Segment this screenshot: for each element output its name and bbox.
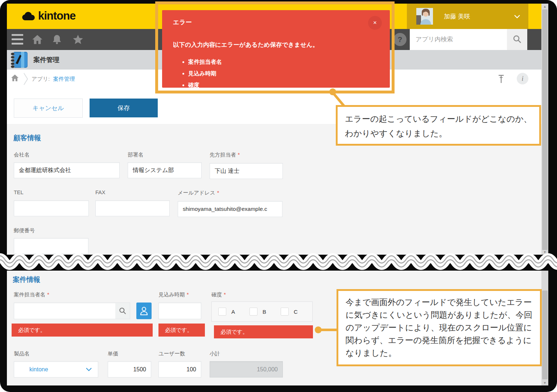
users-label: ユーザー数: [158, 350, 185, 357]
user-menu[interactable]: 加藤 美咲: [407, 4, 528, 29]
breadcrumb-home-icon[interactable]: [11, 74, 19, 82]
unit-price-label: 単価: [108, 350, 118, 357]
required-asterisk: *: [217, 189, 219, 196]
expected-error: 必須です。: [158, 324, 205, 337]
product-value: kintone: [29, 366, 86, 373]
breadcrumb-app-link[interactable]: 案件管理: [53, 76, 75, 82]
email-input[interactable]: [178, 201, 282, 217]
scrollbar-lower[interactable]: ▼: [541, 271, 548, 385]
email-label: メールアドレス*: [178, 189, 219, 196]
expected-label: 見込み時期*: [158, 291, 189, 298]
search-icon: [512, 34, 522, 44]
assignee-user-selector: [14, 303, 130, 319]
info-icon[interactable]: i: [517, 73, 528, 84]
scrollbar-thumb[interactable]: [542, 291, 548, 379]
assignee-input[interactable]: [14, 303, 115, 319]
product-dropdown[interactable]: kintone: [14, 361, 98, 378]
error-field-item: 確度: [188, 82, 222, 89]
checkbox-b-label: B: [263, 309, 266, 315]
tel-label: TEL: [14, 189, 24, 195]
chevron-down-icon[interactable]: [514, 14, 520, 18]
pin-icon[interactable]: [498, 74, 505, 84]
required-asterisk: *: [47, 291, 49, 297]
error-field-list: 案件担当者名 見込み時期 確度: [188, 54, 222, 89]
probability-error: 必須です。: [214, 325, 313, 338]
zip-label: 郵便番号: [14, 227, 35, 234]
home-icon[interactable]: [32, 34, 43, 45]
users-input[interactable]: [158, 361, 201, 378]
assignee-error: 必須です。: [12, 324, 153, 337]
error-dialog-title: エラー: [173, 18, 192, 26]
unit-price-input[interactable]: [108, 361, 151, 378]
required-asterisk: *: [187, 291, 189, 297]
error-field-item: 見込み時期: [188, 70, 222, 78]
department-input[interactable]: [128, 162, 202, 178]
tel-input[interactable]: [14, 200, 89, 216]
screenshot-frame: kintone 加藤 美咲: [0, 0, 557, 392]
checkbox-a-label: A: [231, 309, 235, 315]
scroll-down-arrow[interactable]: ▼: [541, 381, 548, 385]
cancel-button[interactable]: キャンセル: [14, 99, 83, 118]
menu-icon[interactable]: [12, 34, 23, 45]
subtotal-label: 小計: [210, 350, 220, 357]
breadcrumb-prefix: アプリ:: [32, 76, 50, 82]
product-label: 製品名: [14, 350, 30, 357]
lower-screen: 案件情報 案件担当者名* 見込み時期* 確度* A B C 必須です: [7, 271, 548, 385]
assignee-label: 案件担当者名*: [14, 291, 49, 298]
assignee-search-button[interactable]: [115, 303, 130, 319]
star-icon[interactable]: [73, 34, 83, 45]
fax-label: FAX: [95, 189, 105, 195]
avatar: [416, 8, 433, 25]
torn-edge-separator: [0, 251, 557, 272]
section-heading-customer: 顧客情報: [13, 133, 41, 143]
save-button[interactable]: 保存: [90, 99, 158, 117]
app-notebook-icon: [10, 51, 28, 68]
breadcrumb-chevron-icon: [23, 72, 29, 86]
user-name: 加藤 美咲: [444, 12, 514, 21]
expected-input[interactable]: [158, 303, 201, 319]
search-button[interactable]: [507, 29, 527, 50]
kintone-logo: kintone: [21, 9, 75, 22]
contact-label: 先方担当者*: [210, 151, 240, 158]
section-heading-case: 案件情報: [13, 275, 40, 284]
person-icon: [140, 306, 148, 316]
department-label: 部署名: [128, 151, 144, 158]
company-label: 会社名: [14, 151, 30, 158]
error-dialog-message: 以下の入力内容にエラーがあるため保存できません。: [173, 41, 318, 49]
probability-label: 確度*: [211, 291, 226, 298]
required-asterisk: *: [224, 291, 226, 297]
contact-input[interactable]: [210, 163, 283, 179]
select-user-button[interactable]: [136, 303, 152, 319]
checkbox-a[interactable]: [218, 308, 226, 316]
checkbox-c-label: C: [294, 309, 298, 315]
app-title: 案件管理: [33, 50, 59, 70]
bell-icon[interactable]: [51, 34, 62, 45]
search-input[interactable]: [410, 29, 507, 50]
checkbox-c[interactable]: [281, 308, 289, 316]
callout-connector-dot: [329, 88, 336, 95]
subtotal-field: [210, 361, 283, 378]
required-asterisk: *: [238, 151, 240, 158]
scroll-up-arrow[interactable]: ▲: [541, 5, 548, 8]
search-icon: [119, 307, 127, 315]
scrollbar-thumb[interactable]: [542, 9, 548, 250]
error-field-item: 案件担当者名: [188, 58, 222, 66]
help-icon[interactable]: ?: [393, 33, 407, 46]
probability-checkbox-group: A B C: [211, 301, 313, 322]
callout-connector-dot: [315, 326, 322, 333]
dialog-callout: エラーの起こっているフィールドがどこなのか、わかりやすくなりました。: [336, 105, 541, 146]
fax-input[interactable]: [95, 200, 170, 216]
company-input[interactable]: [14, 162, 120, 178]
logo-text: kintone: [38, 9, 75, 22]
scrollbar-upper[interactable]: ▲ ▼: [541, 4, 548, 255]
cloud-logo-icon: [21, 11, 35, 21]
field-error-callout: 今まで画面外のフィールドで発生していたエラーに気づきにくいという問題がありました…: [337, 289, 542, 366]
checkbox-b[interactable]: [249, 308, 257, 316]
error-dialog: エラー × 以下の入力内容にエラーがあるため保存できません。 案件担当者名 見込…: [162, 10, 390, 88]
chevron-down-icon: [86, 367, 92, 371]
close-icon[interactable]: ×: [368, 16, 382, 30]
